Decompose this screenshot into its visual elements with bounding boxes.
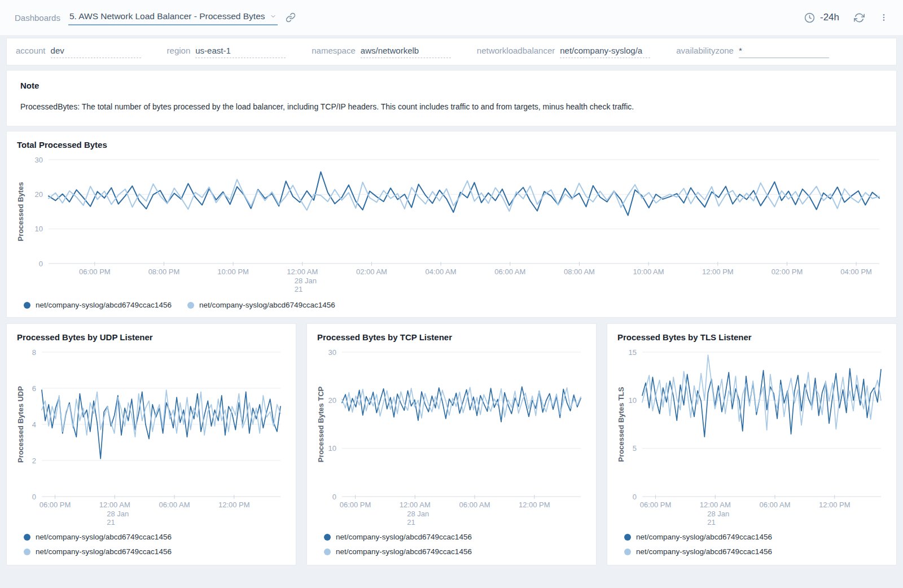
link-icon[interactable] (286, 12, 296, 23)
chart-title: Total Processed Bytes (17, 140, 887, 150)
line-chart-tcp-listener: 0102030Processed Bytes TCP06:00 PM12:00 … (316, 345, 586, 526)
series-label: net/company-syslog/abcd6749ccac1456 (36, 301, 172, 309)
svg-text:28 Jan: 28 Jan (295, 277, 317, 285)
svg-text:04:00 PM: 04:00 PM (840, 267, 872, 276)
legend-item[interactable]: net/company-syslog/abcd6749ccac1456 (24, 547, 284, 556)
filter-value-availabilityzone[interactable]: * (739, 46, 829, 58)
legend: net/company-syslog/abcd6749ccac1456 net/… (16, 297, 887, 311)
filter-value-namespace[interactable]: aws/networkelb (361, 46, 451, 58)
filter-value-region[interactable]: us-east-1 (195, 46, 286, 58)
svg-text:21: 21 (707, 518, 715, 526)
svg-text:08:00 PM: 08:00 PM (148, 267, 180, 276)
legend-item[interactable]: net/company-syslog/abcd6749ccac1456 (24, 301, 172, 309)
svg-text:Processed Bytes: Processed Bytes (16, 182, 25, 242)
series-dot-light (187, 302, 194, 309)
series-label: net/company-syslog/abcd6749ccac1456 (199, 301, 335, 309)
svg-text:28 Jan: 28 Jan (707, 510, 729, 518)
svg-text:12:00 PM: 12:00 PM (218, 501, 250, 509)
series-label: net/company-syslog/abcd6749ccac1456 (336, 533, 472, 541)
legend-item[interactable]: net/company-syslog/abcd6749ccac1456 (324, 547, 585, 556)
filter-label: namespace (312, 46, 356, 55)
svg-text:28 Jan: 28 Jan (107, 510, 129, 518)
series-dot-light (24, 548, 30, 555)
dashboard-page: Dashboards 5. AWS Network Load Balancer … (0, 0, 903, 565)
svg-text:06:00 AM: 06:00 AM (159, 501, 190, 509)
legend-item[interactable]: net/company-syslog/abcd6749ccac1456 (624, 547, 885, 556)
line-chart-tls-listener: 051015Processed Bytes TLS06:00 PM12:00 A… (616, 345, 886, 526)
filter-value-account[interactable]: dev (51, 46, 141, 58)
chart-title: Processed Bytes by UDP Listener (17, 332, 287, 342)
svg-text:15: 15 (629, 348, 637, 357)
legend-item[interactable]: net/company-syslog/abcd6749ccac1456 (24, 533, 284, 541)
svg-text:21: 21 (295, 285, 303, 293)
svg-text:10: 10 (35, 225, 43, 233)
svg-text:06:00 PM: 06:00 PM (40, 501, 71, 509)
svg-text:12:00 PM: 12:00 PM (519, 501, 550, 509)
legend: net/company-syslog/abcd6749ccac1456 net/… (316, 528, 587, 559)
svg-text:12:00 AM: 12:00 AM (400, 501, 431, 509)
panel-tls-listener: Processed Bytes by TLS Listener 051015Pr… (607, 323, 897, 565)
series-label: net/company-syslog/abcd6749ccac1456 (36, 547, 172, 556)
svg-text:20: 20 (328, 396, 336, 405)
filter-item-networkloadbalancer: networkloadbalancer net/company-syslog/a (477, 46, 650, 58)
svg-text:Processed Bytes TLS: Processed Bytes TLS (617, 387, 625, 462)
series-label: net/company-syslog/abcd6749ccac1456 (336, 547, 472, 556)
svg-text:21: 21 (407, 518, 415, 526)
filter-label: availabilityzone (676, 46, 734, 55)
page-title: 5. AWS Network Load Balancer - Processed… (69, 11, 265, 21)
series-dot-dark (24, 302, 30, 309)
line-chart-udp-listener: 02468Processed Bytes UDP06:00 PM12:00 AM… (16, 345, 286, 526)
svg-text:06:00 AM: 06:00 AM (459, 501, 490, 509)
top-header: Dashboards 5. AWS Network Load Balancer … (0, 0, 903, 35)
note-body: ProcessedBytes: The total number of byte… (20, 102, 883, 111)
filter-label: account (16, 46, 46, 55)
legend-item[interactable]: net/company-syslog/abcd6749ccac1456 (187, 301, 335, 309)
bottom-chart-row: Processed Bytes by UDP Listener 02468Pro… (6, 323, 897, 565)
svg-text:04:00 AM: 04:00 AM (426, 267, 457, 276)
svg-text:5: 5 (633, 444, 637, 453)
filter-label: region (167, 46, 191, 55)
series-dot-dark (624, 534, 631, 541)
filter-item-namespace: namespace aws/networkelb (312, 46, 451, 58)
series-dot-light (624, 548, 631, 555)
svg-text:06:00 AM: 06:00 AM (494, 267, 525, 276)
series-dot-light (324, 548, 331, 555)
svg-text:12:00 AM: 12:00 AM (287, 267, 318, 276)
svg-text:21: 21 (107, 518, 115, 526)
series-label: net/company-syslog/abcd6749ccac1456 (36, 533, 172, 541)
breadcrumb[interactable]: Dashboards (15, 13, 60, 23)
kebab-menu-icon[interactable] (879, 12, 888, 23)
svg-text:12:00 PM: 12:00 PM (702, 267, 734, 276)
filter-value-networkloadbalancer[interactable]: net/company-syslog/a (560, 46, 650, 58)
svg-text:08:00 AM: 08:00 AM (564, 267, 595, 276)
filter-item-availabilityzone: availabilityzone * (676, 46, 829, 58)
panel-udp-listener: Processed Bytes by UDP Listener 02468Pro… (6, 323, 296, 565)
svg-text:10: 10 (328, 444, 336, 453)
svg-text:28 Jan: 28 Jan (407, 510, 429, 518)
legend-item[interactable]: net/company-syslog/abcd6749ccac1456 (324, 533, 585, 541)
svg-text:02:00 AM: 02:00 AM (356, 267, 387, 276)
series-label: net/company-syslog/abcd6749ccac1456 (636, 547, 772, 556)
time-range-button[interactable]: -24h (804, 12, 839, 23)
svg-text:02:00 PM: 02:00 PM (772, 267, 803, 276)
svg-text:10: 10 (629, 396, 637, 405)
svg-text:0: 0 (332, 493, 336, 501)
series-label: net/company-syslog/abcd6749ccac1456 (636, 533, 772, 541)
series-dot-dark (324, 534, 331, 541)
filter-bar: account dev region us-east-1 namespace a… (6, 38, 897, 65)
panel-tcp-listener: Processed Bytes by TCP Listener 0102030P… (306, 323, 597, 565)
svg-text:6: 6 (32, 384, 36, 393)
svg-text:0: 0 (39, 260, 43, 268)
svg-text:12:00 PM: 12:00 PM (819, 501, 851, 509)
filter-label: networkloadbalancer (477, 46, 555, 55)
legend-item[interactable]: net/company-syslog/abcd6749ccac1456 (624, 533, 885, 541)
svg-text:20: 20 (35, 190, 43, 199)
clock-icon (804, 12, 815, 23)
dashboard-title-dropdown[interactable]: 5. AWS Network Load Balancer - Processed… (68, 10, 278, 25)
note-panel: Note ProcessedBytes: The total number of… (6, 70, 897, 126)
filter-item-account: account dev (16, 46, 141, 58)
refresh-icon[interactable] (854, 12, 865, 23)
svg-text:12:00 AM: 12:00 AM (700, 501, 731, 509)
svg-text:2: 2 (32, 457, 36, 465)
svg-text:4: 4 (32, 420, 36, 429)
